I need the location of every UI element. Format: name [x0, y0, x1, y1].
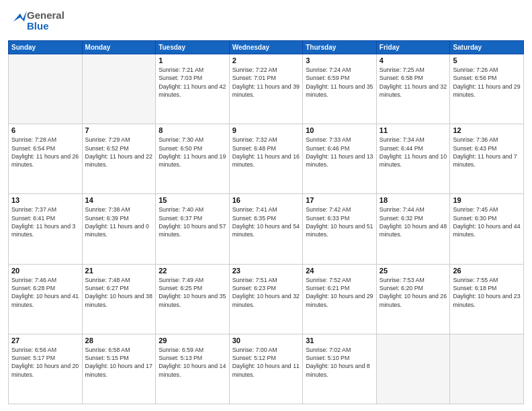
cell-day-number: 8	[159, 126, 226, 134]
cell-info: Sunrise: 6:59 AMSunset: 5:13 PMDaylight:…	[159, 346, 226, 379]
calendar-cell: 5Sunrise: 7:26 AMSunset: 6:56 PMDaylight…	[450, 54, 524, 124]
cell-info: Sunrise: 7:55 AMSunset: 6:18 PMDaylight:…	[453, 276, 521, 309]
cell-info: Sunrise: 7:48 AMSunset: 6:27 PMDaylight:…	[85, 276, 153, 309]
calendar-cell: 14Sunrise: 7:38 AMSunset: 6:39 PMDayligh…	[82, 194, 156, 264]
cell-day-number: 9	[232, 126, 300, 134]
cell-day-number: 3	[306, 56, 373, 64]
calendar-cell: 1Sunrise: 7:21 AMSunset: 7:03 PMDaylight…	[156, 54, 230, 124]
calendar-week-0: 1Sunrise: 7:21 AMSunset: 7:03 PMDaylight…	[9, 54, 524, 124]
calendar-cell: 24Sunrise: 7:52 AMSunset: 6:21 PMDayligh…	[303, 264, 377, 334]
cell-day-number: 11	[380, 126, 447, 134]
cell-info: Sunrise: 7:45 AMSunset: 6:30 PMDaylight:…	[453, 205, 521, 238]
calendar-cell: 16Sunrise: 7:41 AMSunset: 6:35 PMDayligh…	[229, 194, 303, 264]
cell-day-number: 25	[380, 267, 447, 275]
cell-info: Sunrise: 7:51 AMSunset: 6:23 PMDaylight:…	[232, 276, 300, 309]
calendar-cell: 9Sunrise: 7:32 AMSunset: 6:48 PMDaylight…	[229, 124, 303, 194]
calendar-cell	[9, 54, 83, 124]
cell-day-number: 18	[380, 196, 447, 204]
calendar-cell: 25Sunrise: 7:53 AMSunset: 6:20 PMDayligh…	[376, 264, 450, 334]
calendar-week-3: 20Sunrise: 7:46 AMSunset: 6:28 PMDayligh…	[9, 264, 524, 334]
logo: GeneralBlue	[8, 7, 69, 36]
calendar-cell: 2Sunrise: 7:22 AMSunset: 7:01 PMDaylight…	[229, 54, 303, 124]
calendar-header-tuesday: Tuesday	[156, 41, 230, 54]
cell-info: Sunrise: 7:00 AMSunset: 5:12 PMDaylight:…	[232, 346, 300, 379]
cell-day-number: 21	[85, 267, 153, 275]
cell-day-number: 20	[11, 267, 79, 275]
cell-day-number: 2	[232, 56, 300, 64]
cell-info: Sunrise: 7:40 AMSunset: 6:37 PMDaylight:…	[159, 205, 226, 238]
cell-day-number: 16	[232, 196, 300, 204]
calendar-cell: 30Sunrise: 7:00 AMSunset: 5:12 PMDayligh…	[229, 334, 303, 404]
cell-info: Sunrise: 6:58 AMSunset: 5:15 PMDaylight:…	[85, 346, 153, 379]
cell-info: Sunrise: 7:28 AMSunset: 6:54 PMDaylight:…	[11, 136, 79, 169]
calendar-cell: 11Sunrise: 7:34 AMSunset: 6:44 PMDayligh…	[376, 124, 450, 194]
svg-text:Blue: Blue	[27, 20, 49, 32]
cell-info: Sunrise: 7:37 AMSunset: 6:41 PMDaylight:…	[11, 205, 79, 238]
calendar-cell: 20Sunrise: 7:46 AMSunset: 6:28 PMDayligh…	[9, 264, 83, 334]
calendar-cell: 3Sunrise: 7:24 AMSunset: 6:59 PMDaylight…	[303, 54, 377, 124]
cell-day-number: 26	[453, 267, 521, 275]
calendar-cell: 18Sunrise: 7:44 AMSunset: 6:32 PMDayligh…	[376, 194, 450, 264]
calendar-cell: 28Sunrise: 6:58 AMSunset: 5:15 PMDayligh…	[82, 334, 156, 404]
cell-day-number: 23	[232, 267, 300, 275]
cell-info: Sunrise: 7:36 AMSunset: 6:43 PMDaylight:…	[453, 136, 521, 169]
cell-day-number: 28	[85, 336, 153, 345]
cell-day-number: 5	[453, 56, 521, 64]
calendar-header-sunday: Sunday	[9, 41, 83, 54]
calendar-cell: 17Sunrise: 7:42 AMSunset: 6:33 PMDayligh…	[303, 194, 377, 264]
calendar-cell	[82, 54, 156, 124]
cell-info: Sunrise: 7:46 AMSunset: 6:28 PMDaylight:…	[11, 276, 79, 309]
calendar-cell: 6Sunrise: 7:28 AMSunset: 6:54 PMDaylight…	[9, 124, 83, 194]
cell-day-number: 29	[159, 336, 226, 345]
calendar-cell: 15Sunrise: 7:40 AMSunset: 6:37 PMDayligh…	[156, 194, 230, 264]
calendar-header-thursday: Thursday	[303, 41, 377, 54]
calendar-table: SundayMondayTuesdayWednesdayThursdayFrid…	[8, 40, 524, 404]
calendar-header-friday: Friday	[376, 41, 450, 54]
cell-info: Sunrise: 7:25 AMSunset: 6:58 PMDaylight:…	[380, 66, 447, 99]
logo-svg: GeneralBlue	[8, 7, 69, 36]
header: GeneralBlue	[8, 7, 524, 36]
cell-day-number: 6	[11, 126, 79, 134]
calendar-cell: 27Sunrise: 6:56 AMSunset: 5:17 PMDayligh…	[9, 334, 83, 404]
calendar-cell: 23Sunrise: 7:51 AMSunset: 6:23 PMDayligh…	[229, 264, 303, 334]
cell-info: Sunrise: 7:30 AMSunset: 6:50 PMDaylight:…	[159, 136, 226, 169]
calendar-header-saturday: Saturday	[450, 41, 524, 54]
calendar-header-row: SundayMondayTuesdayWednesdayThursdayFrid…	[9, 41, 524, 54]
calendar-week-1: 6Sunrise: 7:28 AMSunset: 6:54 PMDaylight…	[9, 124, 524, 194]
calendar-cell: 8Sunrise: 7:30 AMSunset: 6:50 PMDaylight…	[156, 124, 230, 194]
cell-info: Sunrise: 6:56 AMSunset: 5:17 PMDaylight:…	[11, 346, 79, 379]
cell-info: Sunrise: 7:34 AMSunset: 6:44 PMDaylight:…	[380, 136, 447, 169]
calendar-cell: 7Sunrise: 7:29 AMSunset: 6:52 PMDaylight…	[82, 124, 156, 194]
cell-info: Sunrise: 7:32 AMSunset: 6:48 PMDaylight:…	[232, 136, 300, 169]
calendar-cell: 21Sunrise: 7:48 AMSunset: 6:27 PMDayligh…	[82, 264, 156, 334]
cell-info: Sunrise: 7:24 AMSunset: 6:59 PMDaylight:…	[306, 66, 373, 99]
calendar-cell: 29Sunrise: 6:59 AMSunset: 5:13 PMDayligh…	[156, 334, 230, 404]
cell-info: Sunrise: 7:21 AMSunset: 7:03 PMDaylight:…	[159, 66, 226, 99]
calendar-cell: 22Sunrise: 7:49 AMSunset: 6:25 PMDayligh…	[156, 264, 230, 334]
calendar-cell	[450, 334, 524, 404]
calendar-header-monday: Monday	[82, 41, 156, 54]
calendar-cell: 13Sunrise: 7:37 AMSunset: 6:41 PMDayligh…	[9, 194, 83, 264]
cell-info: Sunrise: 7:41 AMSunset: 6:35 PMDaylight:…	[232, 205, 300, 238]
cell-info: Sunrise: 7:26 AMSunset: 6:56 PMDaylight:…	[453, 66, 521, 99]
cell-day-number: 30	[232, 336, 300, 345]
cell-info: Sunrise: 7:49 AMSunset: 6:25 PMDaylight:…	[159, 276, 226, 309]
calendar-cell: 26Sunrise: 7:55 AMSunset: 6:18 PMDayligh…	[450, 264, 524, 334]
calendar-cell: 12Sunrise: 7:36 AMSunset: 6:43 PMDayligh…	[450, 124, 524, 194]
cell-info: Sunrise: 7:44 AMSunset: 6:32 PMDaylight:…	[380, 205, 447, 238]
calendar-cell: 4Sunrise: 7:25 AMSunset: 6:58 PMDaylight…	[376, 54, 450, 124]
cell-info: Sunrise: 7:38 AMSunset: 6:39 PMDaylight:…	[85, 205, 153, 238]
cell-day-number: 14	[85, 196, 153, 204]
calendar-week-4: 27Sunrise: 6:56 AMSunset: 5:17 PMDayligh…	[9, 334, 524, 404]
cell-day-number: 27	[11, 336, 79, 345]
cell-info: Sunrise: 7:33 AMSunset: 6:46 PMDaylight:…	[306, 136, 373, 169]
cell-day-number: 4	[380, 56, 447, 64]
cell-day-number: 24	[306, 267, 373, 275]
cell-day-number: 7	[85, 126, 153, 134]
calendar-cell	[376, 334, 450, 404]
calendar-header-wednesday: Wednesday	[229, 41, 303, 54]
calendar-cell: 31Sunrise: 7:02 AMSunset: 5:10 PMDayligh…	[303, 334, 377, 404]
cell-info: Sunrise: 7:02 AMSunset: 5:10 PMDaylight:…	[306, 346, 373, 379]
cell-day-number: 12	[453, 126, 521, 134]
cell-day-number: 10	[306, 126, 373, 134]
